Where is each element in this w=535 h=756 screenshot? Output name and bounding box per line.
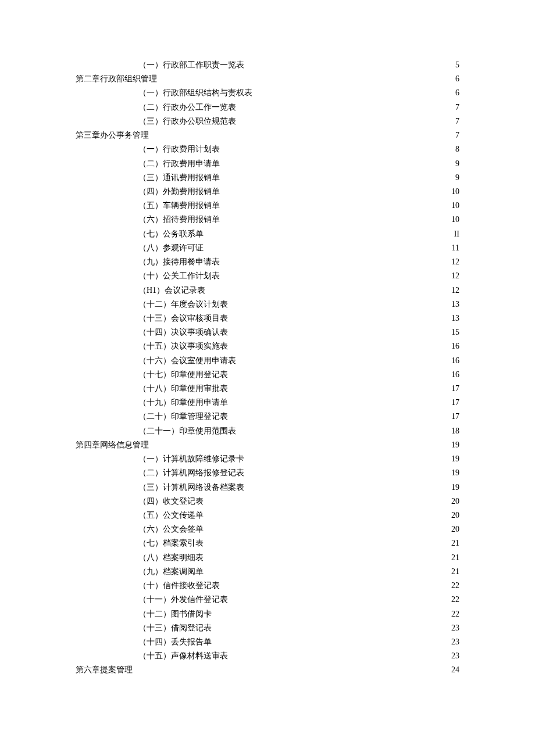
toc-sub-row: （五）公文传递单20 <box>76 508 459 522</box>
toc-entry-title: （二）行政费用申请单 <box>76 157 220 171</box>
toc-entry-page: 19 <box>449 452 459 466</box>
toc-entry-page: 9 <box>453 171 459 185</box>
toc-entry-title: （十五）声像材料送审表 <box>76 649 228 663</box>
toc-entry-title: （十一）外发信件登记表 <box>76 593 228 607</box>
toc-entry-title: （一）计算机故障维修记录卡 <box>76 452 244 466</box>
toc-entry-title: （十八）印章使用审批表 <box>76 382 228 396</box>
toc-entry-page: 16 <box>449 354 459 368</box>
toc-sub-row: （七）档案索引表21 <box>76 536 459 550</box>
toc-entry-page: 6 <box>453 72 459 86</box>
toc-entry-title: （五）车辆费用报销单 <box>76 199 220 213</box>
toc-entry-title: 第四章网络信息管理 <box>76 438 149 452</box>
toc-entry-title: （十三）会议审核项目表 <box>76 311 228 325</box>
toc-entry-title: （八）档案明细表 <box>76 551 204 565</box>
toc-entry-page: 8 <box>453 142 459 156</box>
toc-entry-page: 23 <box>449 635 459 649</box>
toc-sub-row: （一）行政部工作职责一览表5 <box>76 58 459 72</box>
toc-sub-row: （十）公关工作计划表12 <box>76 269 459 283</box>
toc-entry-title: （十七）印章使用登记表 <box>76 368 228 382</box>
toc-entry-title: （五）公文传递单 <box>76 508 204 522</box>
toc-entry-page: 17 <box>449 396 459 410</box>
toc-entry-page: 21 <box>449 551 459 565</box>
toc-entry-title: （三）计算机网络设备档案表 <box>76 481 244 495</box>
toc-entry-page: 19 <box>449 438 459 452</box>
toc-sub-row: （二）计算机网络报修登记表19 <box>76 466 459 480</box>
toc-sub-row: （四）外勤费用报销单10 <box>76 185 459 199</box>
toc-entry-page: 13 <box>449 298 459 311</box>
toc-entry-page: 17 <box>449 410 459 424</box>
toc-sub-row: （十九）印章使用申请单17 <box>76 396 459 410</box>
toc-sub-row: （十五）决议事项实施表16 <box>76 339 459 353</box>
toc-entry-page: 22 <box>449 607 459 621</box>
toc-entry-title: （九）接待用餐申请表 <box>76 255 220 269</box>
toc-entry-title: （十六）会议室使用申请表 <box>76 354 236 368</box>
toc-chapter-row: 第六章提案管理24 <box>76 663 459 677</box>
toc-sub-row: （十二）图书借阅卡22 <box>76 607 459 621</box>
toc-entry-title: （八）参观许可证 <box>76 241 204 255</box>
toc-entry-title: （四）外勤费用报销单 <box>76 185 220 199</box>
toc-sub-row: （二十一）印章使用范围表18 <box>76 424 459 438</box>
toc-sub-row: （二）行政费用申请单9 <box>76 157 459 171</box>
toc-entry-page: 21 <box>449 565 459 579</box>
toc-sub-row: （八）档案明细表21 <box>76 551 459 565</box>
toc-sub-row: （十一）外发信件登记表22 <box>76 593 459 607</box>
toc-entry-page: 16 <box>449 339 459 353</box>
toc-chapter-row: 第二章行政部组织管理6 <box>76 72 459 86</box>
toc-entry-page: 20 <box>449 495 459 508</box>
toc-entry-page: 5 <box>453 58 459 72</box>
toc-sub-row: （三）通讯费用报销单9 <box>76 171 459 185</box>
toc-entry-title: 第三章办公事务管理 <box>76 128 149 142</box>
toc-entry-page: 23 <box>449 621 459 635</box>
toc-entry-page: 18 <box>449 424 459 438</box>
toc-entry-title: （一）行政费用计划表 <box>76 142 220 156</box>
toc-entry-title: （十五）决议事项实施表 <box>76 339 228 353</box>
toc-entry-title: （十四）决议事项确认表 <box>76 325 228 339</box>
toc-sub-row: （九）接待用餐申请表12 <box>76 255 459 269</box>
toc-entry-page: 19 <box>449 466 459 480</box>
toc-entry-page: 12 <box>449 269 459 283</box>
toc-sub-row: （三）行政办公职位规范表7 <box>76 114 459 128</box>
toc-sub-row: （十五）声像材料送审表23 <box>76 649 459 663</box>
toc-entry-page: 12 <box>449 284 459 298</box>
toc-entry-title: （七）档案索引表 <box>76 536 204 550</box>
toc-entry-title: （十二）年度会议计划表 <box>76 298 228 311</box>
toc-sub-row: （九）档案调阅单21 <box>76 565 459 579</box>
toc-entry-title: （六）公文会签单 <box>76 522 204 536</box>
toc-sub-row: （一）行政费用计划表8 <box>76 142 459 156</box>
toc-sub-row: （二十）印章管理登记表17 <box>76 410 459 424</box>
toc-entry-title: （六）招待费用报销单 <box>76 213 220 227</box>
toc-entry-page: 6 <box>453 86 459 100</box>
toc-entry-title: （七）公务联系单 <box>76 227 204 241</box>
toc-sub-row: （十八）印章使用审批表17 <box>76 382 459 396</box>
toc-sub-row: （二）行政办公工作一览表7 <box>76 101 459 114</box>
toc-entry-page: 15 <box>449 325 459 339</box>
toc-entry-title: （三）通讯费用报销单 <box>76 171 220 185</box>
toc-chapter-row: 第四章网络信息管理19 <box>76 438 459 452</box>
table-of-contents: （一）行政部工作职责一览表5第二章行政部组织管理6（一）行政部组织结构与责权表6… <box>76 58 459 678</box>
toc-sub-row: （七）公务联系单II <box>76 227 459 241</box>
toc-entry-title: 第二章行政部组织管理 <box>76 72 157 86</box>
toc-entry-page: 7 <box>453 101 459 114</box>
toc-entry-page: 24 <box>449 663 459 677</box>
toc-sub-row: （三）计算机网络设备档案表19 <box>76 481 459 495</box>
toc-sub-row: （十）信件接收登记表22 <box>76 579 459 593</box>
toc-entry-page: 7 <box>453 114 459 128</box>
toc-entry-title: （十）信件接收登记表 <box>76 579 220 593</box>
toc-entry-page: 20 <box>449 522 459 536</box>
toc-entry-title: （二十一）印章使用范围表 <box>76 424 236 438</box>
toc-entry-title: （H1）会议记录表 <box>76 284 205 298</box>
toc-sub-row: （十三）借阅登记表23 <box>76 621 459 635</box>
toc-entry-page: 10 <box>449 199 459 213</box>
toc-chapter-row: 第三章办公事务管理7 <box>76 128 459 142</box>
toc-sub-row: （六）招待费用报销单10 <box>76 213 459 227</box>
toc-sub-row: （十七）印章使用登记表16 <box>76 368 459 382</box>
toc-entry-page: 10 <box>449 213 459 227</box>
toc-sub-row: （十三）会议审核项目表13 <box>76 311 459 325</box>
toc-sub-row: （一）计算机故障维修记录卡19 <box>76 452 459 466</box>
toc-entry-title: （十）公关工作计划表 <box>76 269 220 283</box>
toc-entry-page: 9 <box>453 157 459 171</box>
toc-entry-page: 21 <box>449 536 459 550</box>
toc-entry-title: （四）收文登记表 <box>76 495 204 508</box>
toc-sub-row: （十六）会议室使用申请表16 <box>76 354 459 368</box>
toc-entry-page: 11 <box>450 241 459 255</box>
